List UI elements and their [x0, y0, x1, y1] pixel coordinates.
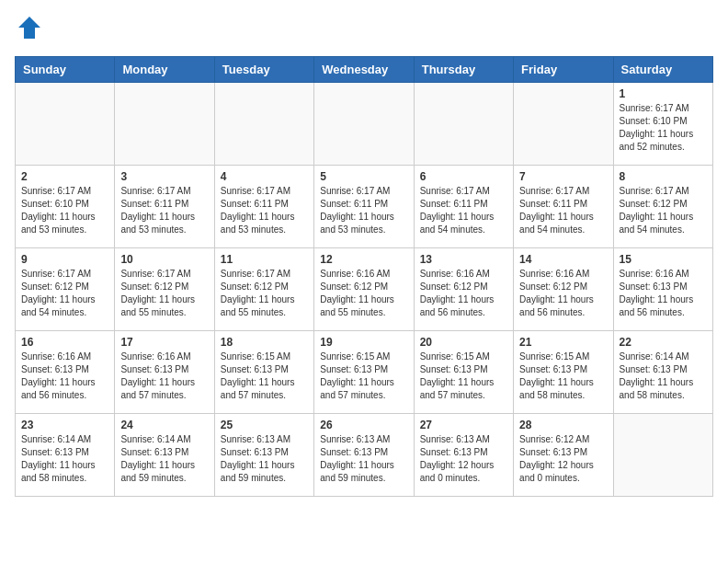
- day-number: 1: [620, 87, 707, 100]
- day-info: Sunrise: 6:17 AM Sunset: 6:11 PM Dayligh…: [221, 185, 308, 236]
- day-cell: 6Sunrise: 6:17 AM Sunset: 6:11 PM Daylig…: [414, 166, 513, 248]
- day-number: 5: [320, 170, 407, 183]
- day-number: 19: [320, 336, 407, 349]
- logo-icon: [17, 15, 42, 40]
- day-number: 7: [519, 170, 607, 183]
- day-info: Sunrise: 6:17 AM Sunset: 6:12 PM Dayligh…: [620, 185, 707, 236]
- day-info: Sunrise: 6:14 AM Sunset: 6:13 PM Dayligh…: [21, 433, 108, 485]
- day-info: Sunrise: 6:17 AM Sunset: 6:11 PM Dayligh…: [519, 185, 607, 236]
- day-cell: 28Sunrise: 6:12 AM Sunset: 6:13 PM Dayli…: [514, 414, 613, 497]
- col-header-friday: Friday: [514, 57, 613, 83]
- day-number: 14: [519, 253, 607, 266]
- day-cell: 13Sunrise: 6:16 AM Sunset: 6:12 PM Dayli…: [414, 248, 513, 331]
- day-cell: 25Sunrise: 6:13 AM Sunset: 6:13 PM Dayli…: [214, 414, 313, 497]
- day-info: Sunrise: 6:17 AM Sunset: 6:10 PM Dayligh…: [21, 185, 108, 236]
- day-cell: [214, 83, 313, 166]
- day-cell: [16, 83, 115, 166]
- day-info: Sunrise: 6:17 AM Sunset: 6:11 PM Dayligh…: [420, 185, 507, 236]
- day-number: 22: [620, 336, 707, 349]
- col-header-thursday: Thursday: [414, 57, 513, 83]
- day-cell: 21Sunrise: 6:15 AM Sunset: 6:13 PM Dayli…: [514, 331, 613, 414]
- day-info: Sunrise: 6:17 AM Sunset: 6:11 PM Dayligh…: [320, 185, 407, 236]
- calendar-table: SundayMondayTuesdayWednesdayThursdayFrid…: [15, 56, 713, 497]
- day-info: Sunrise: 6:12 AM Sunset: 6:13 PM Dayligh…: [519, 433, 607, 485]
- day-info: Sunrise: 6:15 AM Sunset: 6:13 PM Dayligh…: [221, 350, 308, 402]
- day-number: 18: [221, 336, 308, 349]
- day-cell: 20Sunrise: 6:15 AM Sunset: 6:13 PM Dayli…: [414, 331, 513, 414]
- day-number: 11: [221, 253, 308, 266]
- day-cell: 3Sunrise: 6:17 AM Sunset: 6:11 PM Daylig…: [115, 166, 214, 248]
- day-cell: 24Sunrise: 6:14 AM Sunset: 6:13 PM Dayli…: [115, 414, 214, 497]
- day-number: 9: [21, 253, 108, 266]
- day-info: Sunrise: 6:17 AM Sunset: 6:10 PM Dayligh…: [620, 102, 707, 154]
- col-header-wednesday: Wednesday: [314, 57, 414, 83]
- week-row-1: 1Sunrise: 6:17 AM Sunset: 6:10 PM Daylig…: [16, 83, 713, 166]
- day-info: Sunrise: 6:17 AM Sunset: 6:12 PM Dayligh…: [21, 268, 108, 319]
- day-number: 4: [221, 170, 308, 183]
- day-cell: 4Sunrise: 6:17 AM Sunset: 6:11 PM Daylig…: [214, 166, 313, 248]
- day-number: 23: [21, 419, 108, 431]
- day-cell: 22Sunrise: 6:14 AM Sunset: 6:13 PM Dayli…: [613, 331, 712, 414]
- day-number: 17: [120, 336, 208, 349]
- day-cell: 9Sunrise: 6:17 AM Sunset: 6:12 PM Daylig…: [16, 248, 115, 331]
- day-number: 26: [320, 419, 407, 431]
- page-header: [15, 15, 713, 45]
- day-number: 25: [221, 419, 308, 431]
- svg-marker-0: [18, 17, 40, 39]
- day-number: 12: [320, 253, 407, 266]
- day-number: 15: [620, 253, 707, 266]
- day-cell: 12Sunrise: 6:16 AM Sunset: 6:12 PM Dayli…: [314, 248, 414, 331]
- day-number: 6: [420, 170, 507, 183]
- day-info: Sunrise: 6:15 AM Sunset: 6:13 PM Dayligh…: [320, 350, 407, 402]
- week-row-3: 9Sunrise: 6:17 AM Sunset: 6:12 PM Daylig…: [16, 248, 713, 331]
- day-cell: [414, 83, 513, 166]
- day-number: 8: [620, 170, 707, 183]
- logo: [15, 15, 42, 45]
- day-number: 20: [420, 336, 507, 349]
- day-cell: 17Sunrise: 6:16 AM Sunset: 6:13 PM Dayli…: [115, 331, 214, 414]
- day-cell: 16Sunrise: 6:16 AM Sunset: 6:13 PM Dayli…: [16, 331, 115, 414]
- day-info: Sunrise: 6:16 AM Sunset: 6:13 PM Dayligh…: [620, 268, 707, 319]
- day-info: Sunrise: 6:14 AM Sunset: 6:13 PM Dayligh…: [620, 350, 707, 402]
- day-info: Sunrise: 6:13 AM Sunset: 6:13 PM Dayligh…: [320, 433, 407, 485]
- day-number: 16: [21, 336, 108, 349]
- week-row-2: 2Sunrise: 6:17 AM Sunset: 6:10 PM Daylig…: [16, 166, 713, 248]
- day-cell: [514, 83, 613, 166]
- day-cell: 27Sunrise: 6:13 AM Sunset: 6:13 PM Dayli…: [414, 414, 513, 497]
- day-cell: 11Sunrise: 6:17 AM Sunset: 6:12 PM Dayli…: [214, 248, 313, 331]
- day-cell: 19Sunrise: 6:15 AM Sunset: 6:13 PM Dayli…: [314, 331, 414, 414]
- day-cell: 1Sunrise: 6:17 AM Sunset: 6:10 PM Daylig…: [613, 83, 712, 166]
- day-info: Sunrise: 6:16 AM Sunset: 6:12 PM Dayligh…: [420, 268, 507, 319]
- day-number: 24: [120, 419, 208, 431]
- day-info: Sunrise: 6:17 AM Sunset: 6:12 PM Dayligh…: [120, 268, 208, 319]
- day-number: 13: [420, 253, 507, 266]
- day-cell: 26Sunrise: 6:13 AM Sunset: 6:13 PM Dayli…: [314, 414, 414, 497]
- day-info: Sunrise: 6:17 AM Sunset: 6:11 PM Dayligh…: [120, 185, 208, 236]
- day-cell: 5Sunrise: 6:17 AM Sunset: 6:11 PM Daylig…: [314, 166, 414, 248]
- day-cell: 14Sunrise: 6:16 AM Sunset: 6:12 PM Dayli…: [514, 248, 613, 331]
- col-header-sunday: Sunday: [16, 57, 115, 83]
- day-info: Sunrise: 6:16 AM Sunset: 6:12 PM Dayligh…: [519, 268, 607, 319]
- day-info: Sunrise: 6:13 AM Sunset: 6:13 PM Dayligh…: [420, 433, 507, 485]
- col-header-tuesday: Tuesday: [214, 57, 313, 83]
- col-header-monday: Monday: [115, 57, 214, 83]
- day-number: 21: [519, 336, 607, 349]
- day-info: Sunrise: 6:14 AM Sunset: 6:13 PM Dayligh…: [120, 433, 208, 485]
- day-info: Sunrise: 6:16 AM Sunset: 6:12 PM Dayligh…: [320, 268, 407, 319]
- day-cell: 7Sunrise: 6:17 AM Sunset: 6:11 PM Daylig…: [514, 166, 613, 248]
- day-cell: 2Sunrise: 6:17 AM Sunset: 6:10 PM Daylig…: [16, 166, 115, 248]
- day-cell: [613, 414, 712, 497]
- day-cell: [314, 83, 414, 166]
- day-number: 27: [420, 419, 507, 431]
- day-info: Sunrise: 6:16 AM Sunset: 6:13 PM Dayligh…: [21, 350, 108, 402]
- day-info: Sunrise: 6:15 AM Sunset: 6:13 PM Dayligh…: [519, 350, 607, 402]
- day-cell: 15Sunrise: 6:16 AM Sunset: 6:13 PM Dayli…: [613, 248, 712, 331]
- week-row-4: 16Sunrise: 6:16 AM Sunset: 6:13 PM Dayli…: [16, 331, 713, 414]
- day-info: Sunrise: 6:15 AM Sunset: 6:13 PM Dayligh…: [420, 350, 507, 402]
- day-cell: 18Sunrise: 6:15 AM Sunset: 6:13 PM Dayli…: [214, 331, 313, 414]
- day-cell: 8Sunrise: 6:17 AM Sunset: 6:12 PM Daylig…: [613, 166, 712, 248]
- day-info: Sunrise: 6:13 AM Sunset: 6:13 PM Dayligh…: [221, 433, 308, 485]
- day-info: Sunrise: 6:16 AM Sunset: 6:13 PM Dayligh…: [120, 350, 208, 402]
- day-cell: [115, 83, 214, 166]
- day-cell: 23Sunrise: 6:14 AM Sunset: 6:13 PM Dayli…: [16, 414, 115, 497]
